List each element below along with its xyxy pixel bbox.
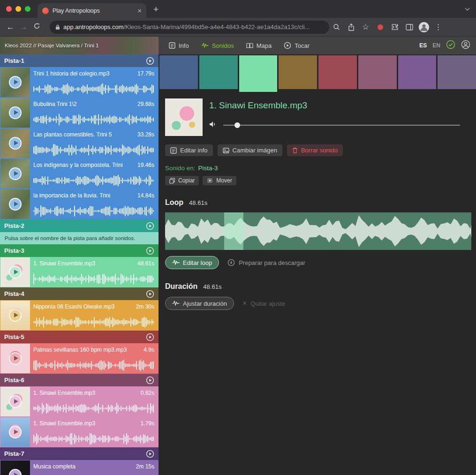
back-button[interactable]: ← — [4, 23, 17, 32]
sound-name[interactable]: Musica completa — [33, 463, 76, 470]
play-sound-icon[interactable] — [0, 387, 30, 416]
track-name[interactable]: Pista-5 — [4, 333, 146, 340]
play-sound-icon[interactable] — [0, 257, 30, 287]
play-sound-icon[interactable] — [0, 301, 30, 330]
remove-adjust-button[interactable]: × Quitar ajuste — [242, 300, 285, 307]
adjust-duration-button[interactable]: Ajustar duración — [165, 297, 234, 310]
play-sound-icon[interactable] — [0, 68, 30, 97]
sound-item[interactable]: Palmas sevillanas 160 bpm mp3.mp34.9s — [0, 343, 159, 374]
play-sound-icon[interactable] — [0, 344, 30, 373]
track-swatch-7[interactable] — [398, 55, 437, 89]
track-header[interactable]: Pista-6 — [0, 374, 159, 386]
sound-item[interactable]: 1. Sinawi Ensemble.mp348.61s — [0, 257, 159, 287]
track-swatch-2[interactable] — [199, 55, 238, 89]
play-sound-icon[interactable] — [0, 460, 30, 475]
sound-name[interactable]: Trini 1 historia del colegio.mp3 — [33, 70, 109, 77]
account-icon[interactable] — [461, 40, 470, 51]
tab-mapa[interactable]: Mapa — [246, 42, 272, 49]
sound-name[interactable]: Las plantas comestibles. Trini 5 — [33, 131, 112, 138]
padlock-icon[interactable] — [55, 24, 60, 30]
sound-item[interactable]: Musica completa2m 15s — [0, 460, 159, 475]
track-name[interactable]: Pista-4 — [4, 290, 146, 297]
copy-button[interactable]: Copiar — [165, 176, 199, 185]
track-name[interactable]: Pista-6 — [4, 377, 146, 384]
play-sound-icon[interactable] — [0, 417, 30, 447]
lang-es[interactable]: ES — [419, 42, 427, 49]
sound-item[interactable]: Bubulina Trini 1\229.68s — [0, 98, 159, 128]
share-icon[interactable] — [344, 23, 358, 31]
play-track-icon[interactable] — [146, 376, 154, 385]
loop-selection[interactable] — [224, 212, 243, 250]
sound-name[interactable]: 1. Sinawi Ensemble.mp3 — [33, 260, 95, 267]
play-track-icon[interactable] — [146, 247, 154, 255]
sound-name[interactable]: Nipponia 06 Esashi Oiwake.mp3 — [33, 303, 114, 310]
tab-tocar[interactable]: Tocar — [284, 42, 310, 49]
track-swatch-1[interactable] — [159, 55, 198, 89]
track-header[interactable]: Pista-7 — [0, 447, 159, 460]
volume-slider[interactable] — [223, 125, 460, 126]
browser-menu-icon[interactable]: ⋮ — [431, 23, 446, 31]
extensions-puzzle-icon[interactable] — [387, 23, 402, 31]
play-track-icon[interactable] — [146, 333, 154, 341]
track-swatch-6[interactable] — [358, 55, 397, 89]
play-sound-icon[interactable] — [0, 189, 30, 219]
address-bar[interactable]: app.antropoloops.com/Kleos-Santa-Marina/… — [50, 21, 329, 34]
change-image-button[interactable]: Cambiar imágen — [218, 144, 282, 156]
recording-indicator-icon[interactable] — [373, 24, 387, 30]
sound-item[interactable]: Los indígenas y la compostela. Trini19.4… — [0, 158, 159, 189]
sound-name[interactable]: la importancia de la lluvia. Trini — [33, 192, 110, 199]
side-panel-icon[interactable] — [402, 24, 416, 30]
download-button[interactable]: Preparar para descargar — [227, 259, 305, 266]
track-swatch-3[interactable] — [239, 55, 278, 92]
saved-check-icon[interactable] — [446, 40, 455, 51]
track-name[interactable]: Pista-3 — [4, 247, 146, 254]
sound-name[interactable]: 1. Sinawi Ensemble.mp3 — [33, 390, 95, 396]
tab-search-chevron-icon[interactable] — [466, 7, 469, 10]
browser-tab[interactable]: Play Antropoloops × — [38, 3, 146, 18]
edit-info-button[interactable]: Editar info — [165, 144, 213, 156]
play-track-icon[interactable] — [146, 57, 154, 65]
track-header[interactable]: Pista-3 — [0, 244, 159, 257]
track-name[interactable]: Pista-7 — [4, 450, 146, 457]
play-track-icon[interactable] — [146, 222, 154, 230]
track-header[interactable]: Pista-5 — [0, 331, 159, 343]
breadcrumb[interactable]: Kleos 2022 // Pasaje Valvanera / Trini 1 — [0, 37, 159, 54]
sound-image[interactable] — [165, 98, 203, 136]
close-tab-icon[interactable]: × — [137, 7, 142, 14]
play-track-icon[interactable] — [146, 450, 154, 458]
sound-item[interactable]: 1. Sinawi Ensemble.mp30.82s — [0, 386, 159, 417]
sound-name[interactable]: Bubulina Trini 1\2 — [33, 101, 77, 107]
track-header[interactable]: Pista-2 — [0, 219, 159, 232]
sound-item[interactable]: Las plantas comestibles. Trini 533.28s — [0, 128, 159, 158]
sound-name[interactable]: Palmas sevillanas 160 bpm mp3.mp3 — [33, 347, 127, 353]
zoom-page-icon[interactable] — [329, 23, 344, 30]
sound-name[interactable]: 1. Sinawi Ensemble.mp3 — [33, 420, 95, 427]
track-header[interactable]: Pista-4 — [0, 287, 159, 300]
play-sound-icon[interactable] — [0, 159, 30, 188]
volume-icon[interactable] — [209, 121, 217, 129]
sound-item[interactable]: 1. Sinawi Ensemble.mp31.79s — [0, 417, 159, 447]
move-button[interactable]: Mover — [203, 176, 236, 185]
edit-loop-button[interactable]: Editar loop — [165, 256, 219, 269]
play-sound-icon[interactable] — [0, 98, 30, 128]
lang-en[interactable]: EN — [432, 42, 440, 49]
track-name[interactable]: Pista-2 — [4, 222, 146, 229]
play-track-icon[interactable] — [146, 290, 154, 298]
sound-item[interactable]: Trini 1 historia del colegio.mp317.79s — [0, 67, 159, 98]
volume-knob[interactable] — [234, 122, 240, 128]
track-swatch-8[interactable] — [438, 55, 476, 89]
profile-avatar[interactable] — [416, 22, 431, 33]
play-sound-icon[interactable] — [0, 128, 30, 158]
new-tab-button[interactable]: + — [153, 4, 159, 15]
loop-waveform-panel[interactable] — [165, 212, 471, 250]
track-swatch-5[interactable] — [318, 55, 357, 89]
reload-button[interactable] — [30, 23, 43, 32]
close-window-button[interactable] — [6, 6, 12, 12]
sound-name[interactable]: Los indígenas y la compostela. Trini — [33, 162, 123, 168]
track-swatch-4[interactable] — [279, 55, 317, 89]
tab-info[interactable]: Info — [169, 42, 189, 49]
bookmark-star-icon[interactable]: ☆ — [358, 22, 373, 32]
forward-button[interactable]: → — [17, 23, 30, 32]
sound-item[interactable]: Nipponia 06 Esashi Oiwake.mp32m 30s — [0, 300, 159, 331]
sound-item[interactable]: la importancia de la lluvia. Trini14.84s — [0, 189, 159, 219]
